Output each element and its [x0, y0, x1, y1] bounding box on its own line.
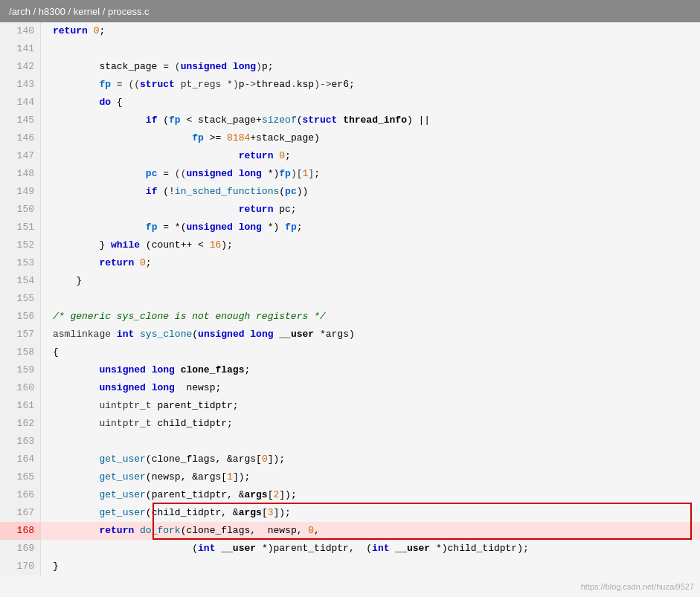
code-content: fp = *(unsigned long *) fp;	[41, 219, 700, 236]
code-row: 145 if (fp < stack_page+sizeof(struct th…	[0, 112, 700, 129]
code-row: 149 if (!in_sched_functions(pc))	[0, 183, 700, 201]
code-content: return 0;	[41, 254, 700, 272]
code-content: get_user(child_tidptr, &args[3]);	[41, 504, 700, 522]
code-row: 146 fp >= 8184+stack_page)	[0, 129, 700, 147]
code-row: 160 unsigned long newsp;	[0, 379, 700, 397]
code-row: 142 stack_page = (unsigned long)p;	[0, 58, 700, 76]
code-content: do {	[41, 94, 700, 112]
code-content: pc = ((unsigned long *)fp)[1];	[41, 165, 700, 183]
code-content	[41, 40, 700, 58]
line-number: 151	[0, 219, 41, 236]
code-row: 169 (int __user *)parent_tidptr, (int __…	[0, 540, 700, 558]
code-content: fp >= 8184+stack_page)	[41, 129, 700, 147]
code-content: if (!in_sched_functions(pc))	[41, 183, 700, 201]
line-number: 145	[0, 112, 41, 129]
code-content: fp = ((struct pt_regs *)p->thread.ksp)->…	[41, 76, 700, 94]
code-content: }	[41, 272, 700, 290]
code-content: asmlinkage int sys_clone(unsigned long _…	[41, 326, 700, 343]
code-row: 154 }	[0, 272, 700, 290]
code-content	[41, 433, 700, 451]
line-number: 147	[0, 147, 41, 165]
code-row: 144 do {	[0, 94, 700, 112]
code-row: 152 } while (count++ < 16);	[0, 236, 700, 254]
line-number: 158	[0, 343, 41, 361]
code-row: 159 unsigned long clone_flags;	[0, 361, 700, 379]
line-number: 141	[0, 40, 41, 58]
code-content: } while (count++ < 16);	[41, 236, 700, 254]
line-number: 170	[0, 558, 41, 575]
code-row: 166 get_user(parent_tidptr, &args[2]);	[0, 486, 700, 504]
line-number: 142	[0, 58, 41, 76]
code-row: 157 asmlinkage int sys_clone(unsigned lo…	[0, 326, 700, 343]
line-number: 140	[0, 22, 41, 40]
line-number: 143	[0, 76, 41, 94]
code-container: 140 return 0; 141 142 stack_page = (unsi…	[0, 22, 700, 597]
line-number: 153	[0, 254, 41, 272]
line-number: 162	[0, 415, 41, 433]
line-number: 149	[0, 183, 41, 201]
watermark: https://blog.csdn.net/huzai9527	[581, 582, 694, 591]
code-row: 163	[0, 433, 700, 451]
code-row-highlighted: 168 return do_fork(clone_flags, newsp, 0…	[0, 522, 700, 540]
line-number: 169	[0, 540, 41, 558]
line-number: 146	[0, 129, 41, 147]
code-row: 161 uintptr_t parent_tidptr;	[0, 397, 700, 415]
code-content: }	[41, 558, 700, 575]
code-content: return pc;	[41, 201, 700, 219]
code-content: return 0;	[41, 22, 700, 40]
code-content: return 0;	[41, 147, 700, 165]
code-content: get_user(parent_tidptr, &args[2]);	[41, 486, 700, 504]
code-content: uintptr_t child_tidptr;	[41, 415, 700, 433]
line-number: 148	[0, 165, 41, 183]
code-row: 147 return 0;	[0, 147, 700, 165]
code-content: (int __user *)parent_tidptr, (int __user…	[41, 540, 700, 558]
line-number: 157	[0, 326, 41, 343]
code-row: 151 fp = *(unsigned long *) fp;	[0, 219, 700, 236]
code-row: 162 uintptr_t child_tidptr;	[0, 415, 700, 433]
line-number-highlighted: 168	[0, 522, 41, 540]
code-row: 165 get_user(newsp, &args[1]);	[0, 468, 700, 486]
line-number: 166	[0, 486, 41, 504]
code-row: 150 return pc;	[0, 201, 700, 219]
code-content: uintptr_t parent_tidptr;	[41, 397, 700, 415]
line-number: 152	[0, 236, 41, 254]
title-path: arch / h8300 / kernel / process.c	[12, 6, 150, 17]
code-row: 158 {	[0, 343, 700, 361]
code-row: 153 return 0;	[0, 254, 700, 272]
code-content	[41, 290, 700, 308]
code-content: get_user(clone_flags, &args[0]);	[41, 451, 700, 468]
line-number: 144	[0, 94, 41, 112]
code-content: unsigned long newsp;	[41, 379, 700, 397]
code-row: 140 return 0;	[0, 22, 700, 40]
line-number: 160	[0, 379, 41, 397]
line-number: 154	[0, 272, 41, 290]
code-row: 155	[0, 290, 700, 308]
code-row: 164 get_user(clone_flags, &args[0]);	[0, 451, 700, 468]
line-number: 161	[0, 397, 41, 415]
line-number: 155	[0, 290, 41, 308]
line-number: 163	[0, 433, 41, 451]
code-row: 167 get_user(child_tidptr, &args[3]);	[0, 504, 700, 522]
line-number: 159	[0, 361, 41, 379]
code-content: {	[41, 343, 700, 361]
title-bar: / arch / h8300 / kernel / process.c	[0, 0, 700, 22]
code-row: 148 pc = ((unsigned long *)fp)[1];	[0, 165, 700, 183]
line-number: 167	[0, 504, 41, 522]
line-number: 164	[0, 451, 41, 468]
code-row: 143 fp = ((struct pt_regs *)p->thread.ks…	[0, 76, 700, 94]
code-content: stack_page = (unsigned long)p;	[41, 58, 700, 76]
code-row: 156 /* generic sys_clone is not enough r…	[0, 308, 700, 326]
line-number: 156	[0, 308, 41, 326]
code-content: if (fp < stack_page+sizeof(struct thread…	[41, 112, 700, 129]
code-row: 141	[0, 40, 700, 58]
code-content-highlighted: return do_fork(clone_flags, newsp, 0,	[41, 522, 700, 540]
code-content: unsigned long clone_flags;	[41, 361, 700, 379]
code-content: get_user(newsp, &args[1]);	[41, 468, 700, 486]
line-number: 150	[0, 201, 41, 219]
line-number: 165	[0, 468, 41, 486]
code-row: 170 }	[0, 558, 700, 575]
code-content: /* generic sys_clone is not enough regis…	[41, 308, 700, 326]
